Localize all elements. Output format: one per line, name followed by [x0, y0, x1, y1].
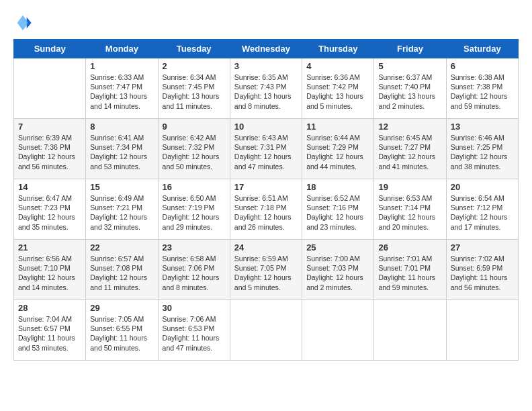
cell-info: Sunrise: 6:59 AM Sunset: 7:05 PM Dayligh… — [234, 254, 298, 292]
cell-info: Sunrise: 6:44 AM Sunset: 7:29 PM Dayligh… — [306, 133, 369, 171]
day-header-friday: Friday — [374, 40, 446, 58]
day-number: 23 — [163, 242, 226, 253]
cell-info: Sunrise: 6:54 AM Sunset: 7:12 PM Dayligh… — [451, 193, 514, 232]
day-number: 2 — [163, 61, 226, 71]
day-number: 4 — [306, 61, 369, 71]
cell-info: Sunrise: 6:57 AM Sunset: 7:08 PM Dayligh… — [90, 254, 153, 292]
day-number: 5 — [378, 61, 441, 71]
calendar-cell: 20Sunrise: 6:54 AM Sunset: 7:12 PM Dayli… — [446, 179, 518, 240]
calendar-cell: 10Sunrise: 6:43 AM Sunset: 7:31 PM Dayli… — [230, 119, 302, 179]
calendar-cell: 23Sunrise: 6:58 AM Sunset: 7:06 PM Dayli… — [158, 240, 230, 300]
calendar-cell: 18Sunrise: 6:52 AM Sunset: 7:16 PM Dayli… — [302, 179, 374, 240]
day-number: 15 — [90, 182, 153, 192]
cell-info: Sunrise: 7:02 AM Sunset: 6:59 PM Dayligh… — [451, 254, 514, 292]
calendar-cell: 4Sunrise: 6:36 AM Sunset: 7:42 PM Daylig… — [302, 58, 374, 119]
day-number: 26 — [378, 242, 441, 253]
calendar-cell: 27Sunrise: 7:02 AM Sunset: 6:59 PM Dayli… — [446, 240, 518, 300]
cell-info: Sunrise: 6:45 AM Sunset: 7:27 PM Dayligh… — [378, 133, 441, 171]
cell-info: Sunrise: 6:58 AM Sunset: 7:06 PM Dayligh… — [163, 254, 226, 292]
week-row: 28Sunrise: 7:04 AM Sunset: 6:57 PM Dayli… — [14, 300, 519, 361]
cell-info: Sunrise: 6:52 AM Sunset: 7:16 PM Dayligh… — [306, 193, 369, 232]
day-number: 11 — [306, 122, 369, 132]
cell-info: Sunrise: 6:46 AM Sunset: 7:25 PM Dayligh… — [451, 133, 514, 171]
calendar-cell: 13Sunrise: 6:46 AM Sunset: 7:25 PM Dayli… — [446, 119, 518, 179]
calendar-cell: 3Sunrise: 6:35 AM Sunset: 7:43 PM Daylig… — [230, 58, 302, 119]
day-number: 18 — [306, 182, 369, 192]
calendar-cell: 12Sunrise: 6:45 AM Sunset: 7:27 PM Dayli… — [374, 119, 446, 179]
cell-info: Sunrise: 6:34 AM Sunset: 7:45 PM Dayligh… — [163, 73, 226, 111]
calendar-cell: 15Sunrise: 6:49 AM Sunset: 7:21 PM Dayli… — [86, 179, 158, 240]
day-number: 8 — [90, 122, 153, 132]
calendar-cell: 2Sunrise: 6:34 AM Sunset: 7:45 PM Daylig… — [158, 58, 230, 119]
calendar-cell: 9Sunrise: 6:42 AM Sunset: 7:32 PM Daylig… — [158, 119, 230, 179]
calendar-cell — [302, 300, 374, 361]
cell-info: Sunrise: 7:01 AM Sunset: 7:01 PM Dayligh… — [378, 254, 441, 292]
cell-info: Sunrise: 6:41 AM Sunset: 7:34 PM Dayligh… — [90, 133, 153, 171]
logo — [13, 13, 35, 32]
cell-info: Sunrise: 6:42 AM Sunset: 7:32 PM Dayligh… — [163, 133, 226, 171]
calendar-table: SundayMondayTuesdayWednesdayThursdayFrid… — [13, 39, 519, 361]
calendar-cell — [14, 58, 86, 119]
day-number: 30 — [163, 303, 226, 313]
day-number: 1 — [90, 61, 153, 71]
cell-info: Sunrise: 6:53 AM Sunset: 7:14 PM Dayligh… — [378, 193, 441, 232]
cell-info: Sunrise: 6:51 AM Sunset: 7:18 PM Dayligh… — [234, 193, 298, 232]
calendar-cell: 7Sunrise: 6:39 AM Sunset: 7:36 PM Daylig… — [14, 119, 86, 179]
calendar-cell — [446, 300, 518, 361]
week-row: 14Sunrise: 6:47 AM Sunset: 7:23 PM Dayli… — [14, 179, 519, 240]
day-number: 7 — [18, 122, 81, 132]
calendar-cell — [374, 300, 446, 361]
calendar-cell: 24Sunrise: 6:59 AM Sunset: 7:05 PM Dayli… — [230, 240, 302, 300]
cell-info: Sunrise: 6:35 AM Sunset: 7:43 PM Dayligh… — [234, 73, 298, 111]
calendar-cell: 14Sunrise: 6:47 AM Sunset: 7:23 PM Dayli… — [14, 179, 86, 240]
calendar-cell: 30Sunrise: 7:06 AM Sunset: 6:53 PM Dayli… — [158, 300, 230, 361]
day-number: 10 — [234, 122, 298, 132]
calendar-cell: 29Sunrise: 7:05 AM Sunset: 6:55 PM Dayli… — [86, 300, 158, 361]
week-row: 1Sunrise: 6:33 AM Sunset: 7:47 PM Daylig… — [14, 58, 519, 119]
cell-info: Sunrise: 7:06 AM Sunset: 6:53 PM Dayligh… — [163, 314, 226, 353]
day-header-monday: Monday — [86, 40, 158, 58]
cell-info: Sunrise: 6:36 AM Sunset: 7:42 PM Dayligh… — [306, 73, 369, 111]
cell-info: Sunrise: 7:00 AM Sunset: 7:03 PM Dayligh… — [306, 254, 369, 292]
day-number: 3 — [234, 61, 298, 71]
day-number: 22 — [90, 242, 153, 253]
page-header — [13, 13, 519, 32]
day-number: 21 — [18, 242, 81, 253]
cell-info: Sunrise: 6:39 AM Sunset: 7:36 PM Dayligh… — [18, 133, 81, 171]
day-number: 19 — [378, 182, 441, 192]
day-number: 27 — [451, 242, 514, 253]
cell-info: Sunrise: 7:05 AM Sunset: 6:55 PM Dayligh… — [90, 314, 153, 353]
day-header-saturday: Saturday — [446, 40, 518, 58]
cell-info: Sunrise: 6:43 AM Sunset: 7:31 PM Dayligh… — [234, 133, 298, 171]
cell-info: Sunrise: 6:47 AM Sunset: 7:23 PM Dayligh… — [18, 193, 81, 232]
calendar-cell — [230, 300, 302, 361]
logo-icon — [13, 13, 32, 32]
cell-info: Sunrise: 6:37 AM Sunset: 7:40 PM Dayligh… — [378, 73, 441, 111]
day-number: 13 — [451, 122, 514, 132]
day-number: 28 — [18, 303, 81, 313]
calendar-cell: 5Sunrise: 6:37 AM Sunset: 7:40 PM Daylig… — [374, 58, 446, 119]
calendar-cell: 1Sunrise: 6:33 AM Sunset: 7:47 PM Daylig… — [86, 58, 158, 119]
calendar-cell: 11Sunrise: 6:44 AM Sunset: 7:29 PM Dayli… — [302, 119, 374, 179]
calendar-cell: 25Sunrise: 7:00 AM Sunset: 7:03 PM Dayli… — [302, 240, 374, 300]
day-header-thursday: Thursday — [302, 40, 374, 58]
calendar-cell: 8Sunrise: 6:41 AM Sunset: 7:34 PM Daylig… — [86, 119, 158, 179]
day-number: 9 — [163, 122, 226, 132]
day-number: 16 — [163, 182, 226, 192]
cell-info: Sunrise: 6:50 AM Sunset: 7:19 PM Dayligh… — [163, 193, 226, 232]
cell-info: Sunrise: 7:04 AM Sunset: 6:57 PM Dayligh… — [18, 314, 81, 353]
calendar-cell: 6Sunrise: 6:38 AM Sunset: 7:38 PM Daylig… — [446, 58, 518, 119]
day-number: 14 — [18, 182, 81, 192]
week-row: 21Sunrise: 6:56 AM Sunset: 7:10 PM Dayli… — [14, 240, 519, 300]
week-row: 7Sunrise: 6:39 AM Sunset: 7:36 PM Daylig… — [14, 119, 519, 179]
day-header-wednesday: Wednesday — [230, 40, 302, 58]
header-row: SundayMondayTuesdayWednesdayThursdayFrid… — [14, 40, 519, 58]
calendar-cell: 17Sunrise: 6:51 AM Sunset: 7:18 PM Dayli… — [230, 179, 302, 240]
calendar-cell: 26Sunrise: 7:01 AM Sunset: 7:01 PM Dayli… — [374, 240, 446, 300]
day-number: 25 — [306, 242, 369, 253]
cell-info: Sunrise: 6:49 AM Sunset: 7:21 PM Dayligh… — [90, 193, 153, 232]
day-number: 17 — [234, 182, 298, 192]
cell-info: Sunrise: 6:33 AM Sunset: 7:47 PM Dayligh… — [90, 73, 153, 111]
day-header-tuesday: Tuesday — [158, 40, 230, 58]
day-number: 6 — [451, 61, 514, 71]
